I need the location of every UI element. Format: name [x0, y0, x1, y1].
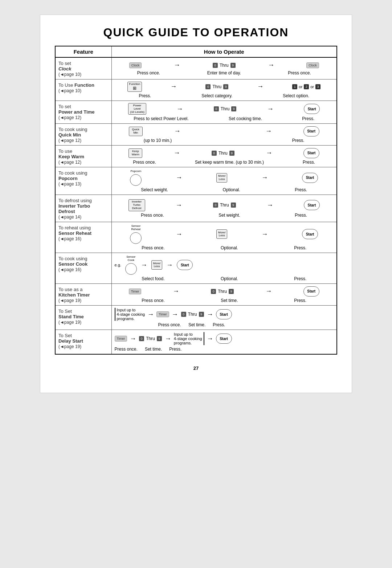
start-button[interactable]: Start [216, 334, 232, 344]
press-label: Press. [295, 187, 307, 192]
press-once-label: Press once. [142, 298, 164, 303]
feature-function: To Use Function (◄page 10) [55, 79, 111, 101]
press-label: Press. [292, 138, 305, 143]
arrow-icon: → [173, 149, 180, 157]
keep-warm-time-label: Set keep warm time. (up to 30 min.) [195, 160, 264, 165]
arrow-icon: → [147, 311, 154, 318]
start-button[interactable]: Start [303, 286, 319, 297]
zero-key[interactable]: 0 [213, 202, 219, 208]
arrow-icon: → [266, 149, 272, 157]
nine-key[interactable]: 9 [230, 62, 236, 68]
three-key[interactable]: 3 [315, 84, 321, 90]
arrow-icon: → [176, 230, 182, 238]
how-keep-warm: Keep Warm → 0 Thru 9 [111, 146, 337, 167]
arrow-icon: → [174, 127, 181, 135]
timer-button[interactable]: Timer [115, 336, 127, 342]
arrow-icon: → [141, 261, 147, 269]
arrow-icon: → [174, 61, 180, 69]
arrow-icon: → [265, 287, 272, 295]
table-row: To cook using Sensor Cook (◄page 16) e.g… [55, 253, 337, 284]
how-kitchen-timer: Timer → 0 Thru 9 → [111, 284, 337, 306]
feature-sensor-cook: To cook using Sensor Cook (◄page 16) [55, 253, 111, 284]
arrow-icon: → [172, 311, 178, 318]
clock-button[interactable]: Clock [129, 62, 142, 68]
col-feature-header: Feature [55, 46, 111, 57]
press-power-label: Press to select Power Level. [134, 116, 188, 121]
press-label: Press. [139, 93, 151, 98]
optional-label: Optional. [223, 187, 240, 192]
timer-button[interactable]: Timer [129, 289, 142, 294]
table-row: To Set Stand Time (◄page 19) Input up to… [55, 306, 337, 330]
start-button[interactable]: Start [304, 104, 320, 114]
table-row: To cook using Popcorn (◄page 13) Popcorn… [55, 167, 337, 195]
more-less-button[interactable]: More/ Less [216, 229, 227, 239]
arrow-icon: → [268, 61, 274, 69]
zero-key[interactable]: 0 [212, 62, 218, 68]
feature-stand-time: To Set Stand Time (◄page 19) [55, 306, 111, 330]
nine-key[interactable]: 9 [229, 150, 235, 156]
feature-sensor-reheat: To reheat using Sensor Reheat (◄page 16) [55, 222, 111, 253]
set-time-label: Set time. [145, 347, 162, 352]
arrow-icon: → [173, 287, 179, 295]
zero-key[interactable]: 0 [205, 84, 211, 90]
start-button[interactable]: Start [177, 260, 193, 270]
zero-key[interactable]: 0 [211, 289, 216, 294]
start-button[interactable]: Start [304, 200, 320, 210]
arrow-icon: → [257, 83, 264, 90]
two-key[interactable]: 2 [303, 84, 309, 90]
select-option-label: Select option. [283, 93, 309, 98]
feature-keep-warm: To use Keep Warm (◄page 12) [55, 146, 111, 167]
zero-key[interactable]: 0 [211, 150, 217, 156]
start-button[interactable]: Start [302, 173, 318, 183]
how-sensor-reheat: SensorReheat → More/ Less → [111, 222, 337, 253]
arrow-icon: → [267, 105, 274, 113]
timer-button[interactable]: Timer [156, 311, 169, 317]
start-button[interactable]: Start [303, 148, 319, 158]
start-button[interactable]: Start [303, 126, 319, 136]
zero-key[interactable]: 0 [181, 311, 187, 317]
press-label: Press. [295, 213, 307, 218]
function-button[interactable]: Function ⊞ [127, 82, 142, 92]
zero-key[interactable]: 0 [139, 336, 144, 342]
clock-button2[interactable]: Clock [306, 62, 319, 68]
enter-time-label: Enter time of day. [207, 70, 241, 75]
more-less-button[interactable]: More/ Less [216, 173, 227, 183]
sensor-reheat-button[interactable] [130, 232, 142, 244]
how-popcorn: Popcorn → More/ Less → [111, 167, 337, 195]
press-label: Press. [169, 347, 181, 352]
nine-key[interactable]: 9 [156, 336, 162, 342]
set-time-label: Set time. [188, 322, 205, 327]
popcorn-button[interactable] [130, 174, 142, 186]
nine-key[interactable]: 9 [199, 311, 204, 317]
select-food-label: Select food. [142, 276, 164, 281]
one-key[interactable]: 1 [292, 84, 298, 90]
press-once-label: Press once. [142, 245, 164, 250]
guide-table: Feature How to Operate To set Clock (◄pa… [55, 46, 337, 355]
nine-key[interactable]: 9 [223, 84, 229, 90]
power-level-button[interactable]: Power Level (10 Levels) [128, 103, 146, 115]
table-row: To use as a Kitchen Timer (◄page 19) Tim… [55, 284, 337, 306]
sensor-cook-button[interactable] [125, 263, 137, 275]
table-row: To use Keep Warm (◄page 12) Keep Warm [55, 146, 337, 167]
table-row: To defrost using Inverter TurboDefrost (… [55, 195, 337, 222]
feature-delay-start: To Set Delay Start (◄page 19) [55, 330, 111, 355]
start-button[interactable]: Start [216, 309, 232, 319]
table-row: To cook using Quick Min (◄page 12) Quick… [55, 124, 337, 146]
arrow-icon: → [176, 174, 182, 181]
start-button[interactable]: Start [302, 229, 318, 239]
arrow-icon: → [170, 83, 177, 90]
arrow-icon: → [166, 261, 173, 269]
press-once-label: Press once. [158, 322, 181, 327]
arrow-icon: → [130, 335, 136, 343]
more-less-button[interactable]: More/ Less [151, 260, 162, 270]
zero-key[interactable]: 0 [213, 106, 219, 112]
nine-key[interactable]: 9 [228, 289, 234, 294]
arrow-icon: → [207, 335, 213, 343]
keep-warm-button[interactable]: Keep Warm [128, 148, 142, 158]
inverter-button[interactable]: Inverter Turbo Defrost [128, 199, 145, 211]
nine-key[interactable]: 9 [230, 202, 236, 208]
press-label: Press. [303, 160, 315, 165]
quick-min-button[interactable]: Quick Min [129, 127, 143, 136]
optional-label: Optional. [221, 276, 238, 281]
nine-key[interactable]: 9 [231, 106, 237, 112]
